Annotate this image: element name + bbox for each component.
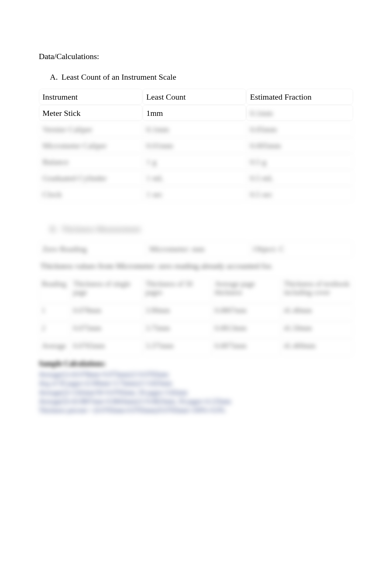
table-b-caption: Thickness values from Micrometer: zero r…: [39, 258, 353, 273]
table-a-col-instrument: Instrument: [39, 89, 142, 105]
table-a-header-row: Instrument Least Count Estimated Fractio…: [39, 89, 353, 105]
cell-b: 3.90mm: [142, 303, 212, 321]
cell-b: 3.375mm: [142, 339, 212, 356]
cell-c: 0.0813mm: [212, 321, 281, 339]
cell-d: 41.50mm: [281, 321, 353, 339]
cell-est-fraction: 0.05mm: [246, 121, 353, 137]
cell-micrometer: Micrometer: mm: [146, 241, 250, 258]
cell-c: 0.0807mm: [212, 303, 281, 321]
section-title: Data/Calculations:: [39, 52, 353, 61]
table-a: Instrument Least Count Estimated Fractio…: [39, 89, 353, 202]
table-b2-row: Average 0.0765mm 3.375mm 0.0875mm 41.400…: [39, 339, 353, 356]
cell-zero-reading: Zero Reading: [39, 241, 146, 258]
cell-c: 0.0875mm: [212, 339, 281, 356]
cell-least-count: 1 g: [142, 154, 246, 170]
table-a-row: Clock 1 sec 0.5 sec: [39, 186, 353, 202]
cell-est-fraction: 0.1mm: [246, 105, 353, 121]
cell-least-count: 0.1mm: [142, 121, 246, 137]
cell-reading: 1: [39, 303, 70, 321]
table-a-row: Micrometer Caliper 0.01mm 0.005mm: [39, 137, 353, 154]
cell-least-count: 0.01mm: [142, 137, 246, 154]
calc-line: Average(3)=(0.0807mm+0.0843mm)/2=0.0825m…: [39, 397, 353, 406]
section-b-text: Thickness Measurement: [61, 224, 140, 234]
cell-least-count: 1 sec: [142, 186, 246, 202]
table-a-row: Meter Stick 1mm 0.1mm: [39, 105, 353, 121]
cell-d: 41.400mm: [281, 339, 353, 356]
cell-reading: Average: [39, 339, 70, 356]
cell-instrument: Meter Stick: [39, 105, 142, 121]
section-b-heading: B. Thickness Measurement: [50, 224, 353, 234]
cell-instrument: Vernier Caliper: [39, 121, 142, 137]
document-page: Data/Calculations: A. Least Count of an …: [0, 0, 392, 576]
col-reading: Reading: [39, 277, 70, 303]
cell-instrument: Micrometer Caliper: [39, 137, 142, 154]
cell-est-fraction: 0.5 mL: [246, 170, 353, 186]
table-a-row: Balance 1 g 0.5 g: [39, 154, 353, 170]
section-b-letter: B.: [50, 224, 59, 234]
cell-a: 0.075mm: [70, 321, 142, 339]
cell-est-fraction: 0.5 g: [246, 154, 353, 170]
col-thick-cover: Thickness of textbook including cover: [281, 277, 353, 303]
section-a-text: Least Count of an Instrument Scale: [62, 72, 176, 82]
col-thick-single: Thickness of single page: [70, 277, 142, 303]
table-b2: Reading Thickness of single page Thickne…: [39, 277, 353, 356]
table-b2-row: 1 0.078mm 3.90mm 0.0807mm 41.40mm: [39, 303, 353, 321]
section-a-heading: A. Least Count of an Instrument Scale: [50, 72, 353, 82]
table-a-col-estimated-fraction: Estimated Fraction: [246, 89, 353, 105]
table-a-col-least-count: Least Count: [142, 89, 246, 105]
cell-a: 0.078mm: [70, 303, 142, 321]
col-thick-50: Thickness of 50 pages: [142, 277, 212, 303]
cell-est-fraction: 0.005mm: [246, 137, 353, 154]
cell-instrument: Graduated Cylinder: [39, 170, 142, 186]
cell-least-count: 1mm: [142, 105, 246, 121]
calc-lines: Average(1)=(0.078mm+0.075mm)/2=0.0765mm …: [39, 370, 353, 415]
cell-b: 3.75mm: [142, 321, 212, 339]
calc-title: Sample Calculations:: [39, 359, 353, 368]
table-b2-header-row: Reading Thickness of single page Thickne…: [39, 277, 353, 303]
content-area: Data/Calculations: A. Least Count of an …: [39, 52, 353, 415]
sample-calculations: Sample Calculations: Average(1)=(0.078mm…: [39, 359, 353, 415]
table-a-row: Vernier Caliper 0.1mm 0.05mm: [39, 121, 353, 137]
cell-est-fraction: 0.5 sec: [246, 186, 353, 202]
calc-line: Thickness percent = (0.0765mm-0.0765mm)/…: [39, 406, 353, 415]
cell-a: 0.0765mm: [70, 339, 142, 356]
cell-reading: 2: [39, 321, 70, 339]
calc-line: Avg of 50 pages=(3.90mm+3.75mm)/2=3.825m…: [39, 379, 353, 388]
cell-d: 41.40mm: [281, 303, 353, 321]
cell-instrument: Clock: [39, 186, 142, 202]
table-b2-row: 2 0.075mm 3.75mm 0.0813mm 41.50mm: [39, 321, 353, 339]
calc-line: Average(2)=3.82mm/50=0.0765mm, 50 pages=…: [39, 388, 353, 397]
cell-object: Object: C: [250, 241, 353, 258]
col-avg-page: Average page thickness: [212, 277, 281, 303]
table-b1-row: Zero Reading Micrometer: mm Object: C: [39, 241, 353, 258]
cell-instrument: Balance: [39, 154, 142, 170]
table-b1: Zero Reading Micrometer: mm Object: C: [39, 241, 353, 258]
table-a-row: Graduated Cylinder 1 mL 0.5 mL: [39, 170, 353, 186]
cell-least-count: 1 mL: [142, 170, 246, 186]
calc-line: Average(1)=(0.078mm+0.075mm)/2=0.0765mm: [39, 370, 353, 379]
section-a-letter: A.: [50, 72, 59, 82]
